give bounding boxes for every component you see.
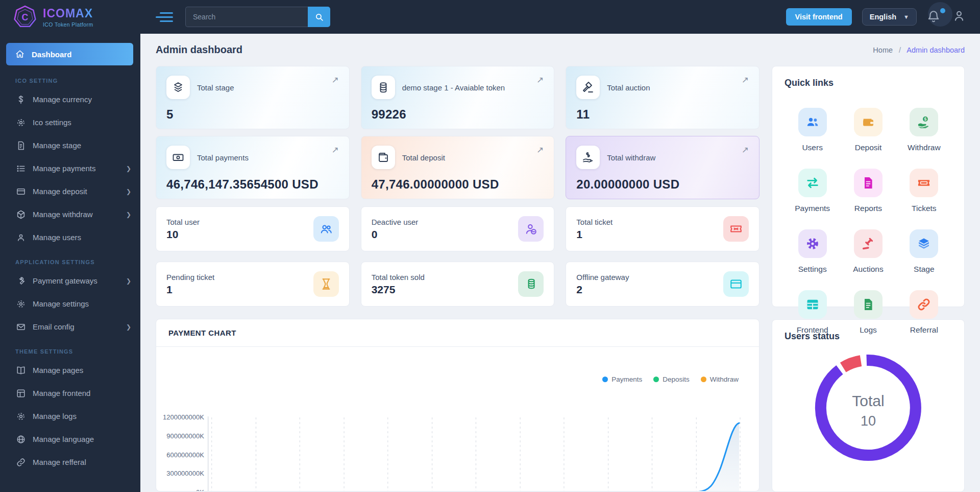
search-input[interactable] <box>185 7 308 27</box>
stat-value: 20.00000000 USD <box>576 177 749 192</box>
sidebar-item-manage-withdraw[interactable]: Manage withdraw ❯ <box>0 203 140 226</box>
legend-item-payments[interactable]: Payments <box>602 376 642 383</box>
sidebar-item-manage-deposit[interactable]: Manage deposit ❯ <box>0 180 140 203</box>
topbar: Visit frontend English ▼ <box>140 0 980 34</box>
payment-line-chart: 1200000000K 900000000K 600000000K 300000… <box>163 351 744 491</box>
open-link-arrow-icon[interactable]: ↗ <box>536 146 544 154</box>
sidebar-item-email-config[interactable]: Email config ❯ <box>0 315 140 338</box>
quick-link-label: Withdraw <box>896 143 952 152</box>
sidebar-item-manage-stage[interactable]: Manage stage <box>0 134 140 157</box>
sidebar-item-manage-currency[interactable]: Manage currency <box>0 88 140 111</box>
stat-card-total-token-sold: Total token sold 3275 <box>361 262 555 307</box>
stat-value: 99226 <box>372 107 544 122</box>
quick-link-stage[interactable]: Stage <box>896 229 952 274</box>
quick-link-withdraw[interactable]: $ Withdraw <box>896 108 952 152</box>
sidebar-item-ico-settings[interactable]: Ico settings <box>0 111 140 134</box>
ticket-icon <box>910 169 938 197</box>
search-box <box>185 7 330 27</box>
legend-item-deposits[interactable]: Deposits <box>653 376 690 383</box>
breadcrumb-home-link[interactable]: Home <box>873 46 893 54</box>
legend-item-withdraw[interactable]: Withdraw <box>701 376 739 383</box>
legend-dot-withdraw <box>701 377 706 382</box>
chevron-right-icon: ❯ <box>126 277 131 285</box>
sidebar-item-label: Ico settings <box>33 118 131 127</box>
chevron-right-icon: ❯ <box>126 188 131 195</box>
open-link-arrow-icon[interactable]: ↗ <box>331 146 338 154</box>
home-icon <box>15 50 24 59</box>
ticket-icon <box>723 216 749 242</box>
stat-value: 1 <box>166 284 214 296</box>
svg-text:1200000000K: 1200000000K <box>163 413 204 421</box>
stat-label: Total token sold <box>372 273 425 282</box>
open-link-arrow-icon[interactable]: ↗ <box>742 76 749 84</box>
quick-link-frontend[interactable]: Frontend <box>785 290 840 335</box>
credit-card-icon <box>16 187 26 196</box>
package-icon <box>16 210 26 219</box>
quick-link-users[interactable]: Users <box>785 108 840 152</box>
sidebar-nav: Dashboard ICO SETTING Manage currency Ic… <box>0 34 140 474</box>
sidebar-item-label: Manage logs <box>33 412 131 420</box>
quick-link-settings[interactable]: Settings <box>785 229 840 274</box>
table-icon <box>798 290 827 319</box>
visit-frontend-button[interactable]: Visit frontend <box>786 8 852 26</box>
main-content: Admin dashboard Home / Admin dashboard T… <box>140 34 980 492</box>
sidebar-item-label: Manage refferal <box>33 458 131 466</box>
stat-label: demo stage 1 - Avaiable token <box>402 83 529 92</box>
withdraw-dollar-icon <box>576 146 600 169</box>
quick-link-deposit[interactable]: Deposit <box>840 108 896 152</box>
sidebar-item-manage-settings[interactable]: Manage settings <box>0 292 140 315</box>
sidebar-section-application-settings: APPLICATION SETTINGS <box>0 249 140 269</box>
quick-link-auctions[interactable]: Auctions <box>840 229 896 274</box>
hand-dollar-icon: $ <box>910 108 938 136</box>
sidebar-item-label: Manage deposit <box>33 187 119 196</box>
stat-value: 46,746,147.35654500 USD <box>166 177 339 192</box>
open-link-arrow-icon[interactable]: ↗ <box>536 76 544 84</box>
svg-text:600000000K: 600000000K <box>166 451 204 459</box>
hamburger-menu-icon[interactable] <box>156 10 173 25</box>
stat-label: Total auction <box>607 83 734 92</box>
sidebar-item-manage-language[interactable]: Manage language <box>0 428 140 451</box>
quick-link-label: Referral <box>896 325 952 335</box>
search-icon <box>315 13 324 21</box>
sidebar-item-manage-refferal[interactable]: Manage refferal <box>0 451 140 474</box>
sidebar-item-manage-users[interactable]: Manage users <box>0 226 140 249</box>
sidebar-item-label: Dashboard <box>32 50 126 59</box>
stat-card-total-stage: Total stage ↗ 5 <box>156 66 350 129</box>
stat-label: Deactive user <box>372 218 419 226</box>
language-select[interactable]: English ▼ <box>862 8 917 26</box>
user-icon <box>16 233 26 242</box>
sidebar-item-label: Manage settings <box>33 299 131 308</box>
brand-logo[interactable]: C ICOMAX ICO Token Platform <box>0 0 140 34</box>
quick-link-label: Tickets <box>896 204 952 213</box>
sidebar-item-dashboard[interactable]: Dashboard <box>6 43 133 65</box>
stat-card-total-withdraw: Total withdraw ↗ 20.00000000 USD <box>566 136 760 199</box>
quick-link-payments[interactable]: Payments <box>785 169 840 213</box>
sidebar-item-payment-gateways[interactable]: Payment gateways ❯ <box>0 269 140 292</box>
quick-link-logs[interactable]: Logs <box>840 290 896 335</box>
stat-value: 47,746.00000000 USD <box>372 177 544 192</box>
quick-link-label: Logs <box>840 325 896 335</box>
notifications-button[interactable] <box>927 9 942 25</box>
quick-link-label: Reports <box>840 204 896 213</box>
quick-link-referral[interactable]: Referral <box>896 290 952 335</box>
sidebar-item-manage-pages[interactable]: Manage pages <box>0 359 140 382</box>
quick-link-label: Payments <box>785 204 840 213</box>
profile-button[interactable] <box>952 9 966 25</box>
stat-label: Total withdraw <box>607 153 734 162</box>
sidebar: C ICOMAX ICO Token Platform Dashboard IC… <box>0 0 140 492</box>
quick-link-reports[interactable]: Reports <box>840 169 896 213</box>
layers-icon <box>166 76 190 99</box>
open-link-arrow-icon[interactable]: ↗ <box>331 76 338 84</box>
layout-icon <box>16 389 26 398</box>
sidebar-item-manage-frontend[interactable]: Manage frontend <box>0 382 140 405</box>
quick-link-tickets[interactable]: Tickets <box>896 169 952 213</box>
sidebar-item-manage-payments[interactable]: Manage payments ❯ <box>0 157 140 180</box>
open-link-arrow-icon[interactable]: ↗ <box>742 146 749 154</box>
stat-card-deactive-user: Deactive user 0 <box>361 206 555 251</box>
stat-value: 5 <box>166 107 339 122</box>
breadcrumb: Home / Admin dashboard <box>873 46 965 54</box>
stat-card-available-token: demo stage 1 - Avaiable token ↗ 99226 <box>361 66 555 129</box>
stat-value: 11 <box>576 107 749 122</box>
search-button[interactable] <box>308 7 330 27</box>
sidebar-item-manage-logs[interactable]: Manage logs <box>0 405 140 428</box>
